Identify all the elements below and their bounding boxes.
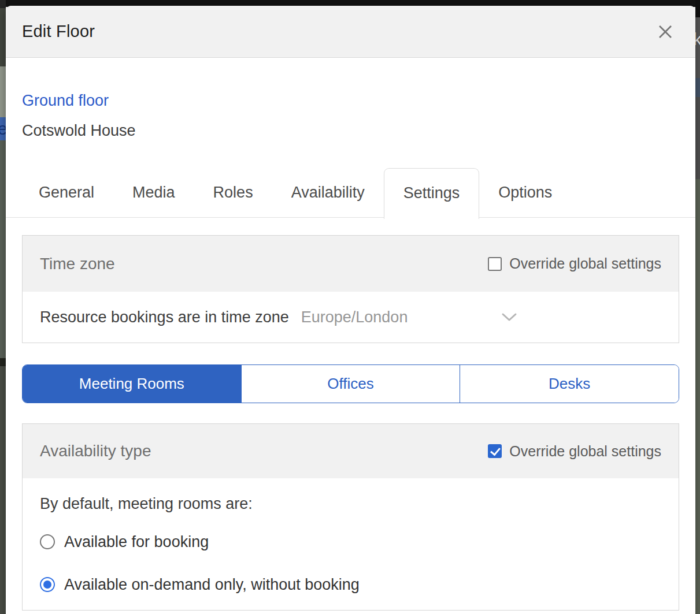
availability-prompt: By default, meeting rooms are:	[40, 493, 661, 514]
close-icon	[657, 24, 673, 40]
radio-option-label: Available for booking	[64, 531, 209, 552]
segment-offices[interactable]: Offices	[241, 365, 460, 403]
tab-settings[interactable]: Settings	[384, 168, 480, 219]
checkbox-checked-icon[interactable]	[488, 444, 502, 458]
floor-name-link[interactable]: Ground floor	[22, 90, 109, 111]
radio-selected-icon[interactable]	[40, 577, 55, 592]
resource-type-switcher: Meeting Rooms Offices Desks	[22, 364, 679, 403]
timezone-section-header: Time zone Override global settings	[23, 236, 679, 292]
radio-option-available-for-booking[interactable]: Available for booking	[40, 531, 661, 552]
availability-override-control[interactable]: Override global settings	[488, 443, 661, 460]
tab-media[interactable]: Media	[113, 168, 194, 217]
tab-availability[interactable]: Availability	[272, 168, 384, 217]
timezone-row: Resource bookings are in time zone Europ…	[23, 292, 679, 343]
dialog-body: Ground floor Cotswold House General Medi…	[6, 90, 695, 611]
timezone-override-label: Override global settings	[509, 255, 661, 272]
availability-section-header: Availability type Override global settin…	[23, 424, 679, 478]
dialog-header: Edit Floor	[6, 6, 695, 58]
checkbox-unchecked-icon[interactable]	[488, 257, 502, 271]
timezone-section-title: Time zone	[40, 255, 115, 273]
availability-override-label: Override global settings	[509, 443, 661, 460]
backdrop-left-strip: e	[0, 0, 6, 614]
segment-desks[interactable]: Desks	[460, 365, 679, 403]
availability-section-body: By default, meeting rooms are: Available…	[23, 493, 679, 610]
timezone-row-label: Resource bookings are in time zone	[40, 308, 289, 326]
timezone-select[interactable]: Europe/London	[301, 308, 517, 326]
close-button[interactable]	[654, 20, 677, 43]
radio-unselected-icon[interactable]	[40, 534, 55, 549]
building-name: Cotswold House	[22, 120, 679, 141]
tab-general[interactable]: General	[20, 168, 113, 217]
radio-option-label: Available on-demand only, without bookin…	[64, 574, 360, 595]
availability-section-title: Availability type	[40, 442, 151, 460]
tab-options[interactable]: Options	[479, 168, 571, 217]
availability-type-section: Availability type Override global settin…	[22, 423, 679, 611]
edit-floor-dialog: Edit Floor Ground floor Cotswold House G…	[6, 6, 695, 614]
radio-option-on-demand-only[interactable]: Available on-demand only, without bookin…	[40, 574, 661, 595]
chevron-down-icon	[501, 312, 517, 322]
timezone-section: Time zone Override global settings Resou…	[22, 235, 679, 343]
tab-roles[interactable]: Roles	[194, 168, 272, 217]
dialog-title: Edit Floor	[22, 22, 95, 41]
backdrop-right-strip: k	[695, 0, 700, 614]
timezone-override-control[interactable]: Override global settings	[488, 255, 661, 272]
timezone-selected-value: Europe/London	[301, 308, 408, 326]
dialog-tab-bar: General Media Roles Availability Setting…	[6, 168, 695, 218]
segment-meeting-rooms[interactable]: Meeting Rooms	[23, 365, 241, 403]
